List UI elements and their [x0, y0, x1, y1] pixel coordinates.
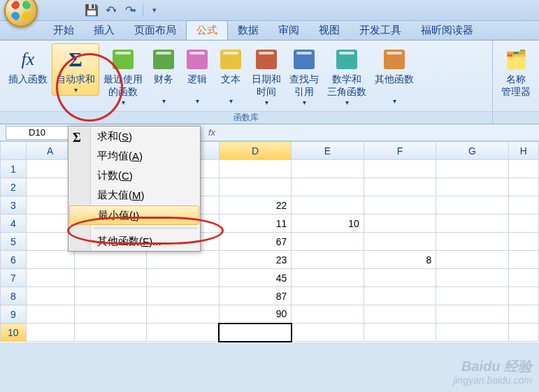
tab-foxit-reader[interactable]: 福昕阅读器 [411, 21, 483, 40]
cell-H6[interactable] [508, 251, 538, 269]
insert-function-button[interactable]: fx 插入函数 [4, 43, 52, 88]
math-trig-button[interactable]: 数学和 三角函数▾ [323, 43, 371, 108]
dropdown-item-i[interactable]: 最小值(I) [69, 205, 199, 225]
recently-used-button[interactable]: 最近使用 的函数▾ [99, 43, 147, 108]
cell-A3[interactable] [26, 196, 74, 215]
dropdown-item-m[interactable]: 最大值(M) [69, 185, 200, 205]
cell-H2[interactable] [508, 178, 538, 196]
tab-insert[interactable]: 插入 [84, 21, 124, 40]
cell-H10[interactable] [508, 324, 538, 342]
cell-A5[interactable] [26, 233, 74, 251]
cell-E6[interactable] [292, 251, 364, 269]
cell-D1[interactable] [219, 160, 292, 178]
cell-E2[interactable] [292, 178, 364, 196]
cell-F2[interactable] [364, 178, 436, 196]
dropdown-item-c[interactable]: 计数(C) [69, 166, 200, 185]
cell-A4[interactable] [26, 215, 74, 233]
row-header-3[interactable]: 3 [1, 196, 27, 215]
cell-F5[interactable] [364, 233, 436, 251]
col-header-F[interactable]: F [364, 142, 436, 160]
cell-D9[interactable]: 90 [219, 305, 292, 324]
cell-G10[interactable] [436, 324, 509, 342]
cell-E7[interactable] [292, 269, 364, 287]
cell-E10[interactable] [292, 324, 364, 342]
cell-B8[interactable] [74, 287, 147, 305]
cell-C8[interactable] [147, 287, 220, 305]
cell-G7[interactable] [436, 269, 509, 287]
cell-E1[interactable] [292, 160, 364, 178]
save-icon[interactable]: 💾 [84, 3, 99, 18]
tab-home[interactable]: 开始 [43, 21, 84, 40]
dropdown-item-f[interactable]: 其他函数(F)... [69, 231, 200, 251]
row-header-9[interactable]: 9 [1, 305, 27, 324]
cell-A1[interactable] [26, 160, 74, 178]
row-header-10[interactable]: 10 [1, 324, 27, 342]
cell-G9[interactable] [436, 305, 509, 324]
lookup-button[interactable]: 查找与 引用▾ [285, 43, 323, 108]
cell-F6[interactable]: 8 [364, 251, 436, 269]
name-manager-button[interactable]: 🗂️ 名称 管理器 [497, 43, 535, 101]
cell-C10[interactable] [147, 324, 220, 342]
col-header-D[interactable]: D [219, 142, 292, 160]
cell-G3[interactable] [436, 196, 509, 215]
cell-E9[interactable] [292, 305, 364, 324]
cell-F7[interactable] [364, 269, 436, 287]
cell-D5[interactable]: 67 [219, 233, 292, 251]
cell-H3[interactable] [508, 196, 538, 215]
cell-F10[interactable] [364, 324, 436, 342]
cell-F8[interactable] [364, 287, 436, 305]
cell-F4[interactable] [364, 215, 436, 233]
cell-H8[interactable] [508, 287, 538, 305]
cell-H9[interactable] [508, 305, 538, 324]
tab-review[interactable]: 审阅 [268, 21, 309, 40]
cell-G6[interactable] [436, 251, 509, 269]
cell-A7[interactable] [26, 269, 74, 287]
text-button[interactable]: 文本▾ [214, 43, 247, 107]
row-header-8[interactable]: 8 [1, 287, 27, 305]
cell-D4[interactable]: 11 [219, 215, 292, 233]
redo-icon[interactable]: ↷▾ [123, 3, 138, 18]
qat-customize-icon[interactable]: ▾ [148, 3, 163, 18]
cell-D6[interactable]: 23 [219, 251, 292, 269]
cell-D3[interactable]: 22 [219, 196, 292, 215]
col-header-H[interactable]: H [508, 142, 538, 160]
more-functions-button[interactable]: 其他函数▾ [371, 43, 418, 107]
row-header-1[interactable]: 1 [1, 160, 27, 178]
tab-page-layout[interactable]: 页面布局 [124, 21, 186, 40]
cell-A9[interactable] [26, 305, 74, 324]
cell-B6[interactable] [74, 251, 147, 269]
col-header-E[interactable]: E [292, 142, 364, 160]
col-header-G[interactable]: G [436, 142, 509, 160]
cell-C6[interactable] [147, 251, 220, 269]
row-header-7[interactable]: 7 [1, 269, 27, 287]
financial-button[interactable]: 财务▾ [147, 43, 180, 107]
cell-E3[interactable] [292, 196, 364, 215]
cell-B7[interactable] [74, 269, 147, 287]
cell-B9[interactable] [74, 305, 147, 324]
cell-C7[interactable] [147, 269, 220, 287]
name-box[interactable] [6, 126, 69, 140]
cell-A6[interactable] [26, 251, 74, 269]
col-header-A[interactable]: A [26, 142, 74, 160]
cell-E4[interactable]: 10 [292, 215, 364, 233]
cell-D7[interactable]: 45 [219, 269, 292, 287]
cell-A2[interactable] [26, 178, 74, 196]
date-time-button[interactable]: 日期和 时间▾ [247, 43, 285, 108]
row-header-4[interactable]: 4 [1, 215, 27, 233]
autosum-button[interactable]: Σ 自动求和 ▾ [52, 43, 99, 96]
row-header-5[interactable]: 5 [1, 233, 27, 251]
dropdown-item-a[interactable]: 平均值(A) [69, 146, 200, 166]
cell-G5[interactable] [436, 233, 509, 251]
logical-button[interactable]: 逻辑▾ [180, 43, 214, 107]
cell-A10[interactable] [26, 324, 74, 342]
cell-H4[interactable] [508, 215, 538, 233]
tab-data[interactable]: 数据 [228, 21, 268, 40]
cell-G1[interactable] [436, 160, 509, 178]
tab-view[interactable]: 视图 [309, 21, 350, 40]
cell-F9[interactable] [364, 305, 436, 324]
cell-H7[interactable] [508, 269, 538, 287]
cell-F1[interactable] [364, 160, 436, 178]
cell-E5[interactable] [292, 233, 364, 251]
tab-developer[interactable]: 开发工具 [350, 21, 411, 40]
cell-G4[interactable] [436, 215, 509, 233]
